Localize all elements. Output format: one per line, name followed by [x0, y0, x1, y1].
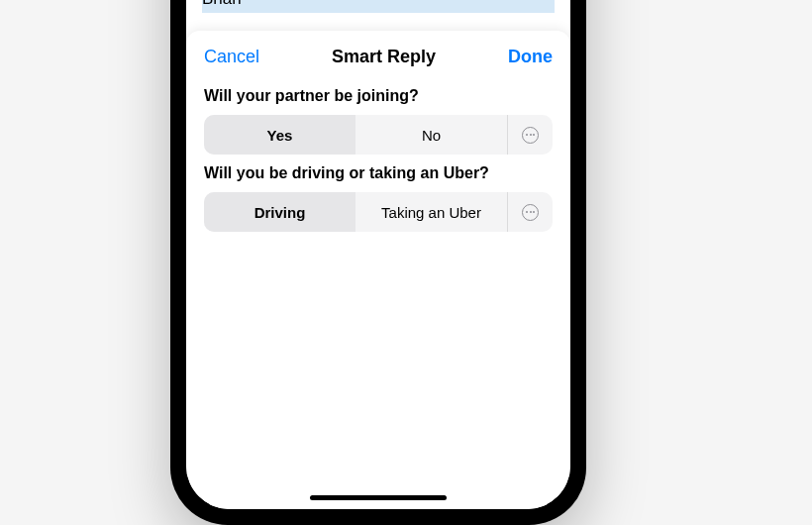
question-block-partner: Will your partner be joining? Yes No: [186, 81, 570, 158]
choice-segmented-control: Driving Taking an Uber: [204, 192, 553, 232]
done-button[interactable]: Done: [508, 47, 553, 67]
question-label: Will you be driving or taking an Uber?: [204, 164, 553, 182]
email-signature: Brian: [202, 0, 555, 11]
phone-bezel: Hi Jasmine Thanks for the invite! We'll …: [182, 0, 574, 513]
smart-reply-sheet: Cancel Smart Reply Done Will your partne…: [186, 31, 570, 509]
email-compose-area[interactable]: Hi Jasmine Thanks for the invite! We'll …: [186, 0, 570, 31]
question-label: Will your partner be joining?: [204, 87, 553, 105]
choice-no[interactable]: No: [355, 115, 507, 155]
sheet-title: Smart Reply: [332, 47, 436, 67]
choice-yes[interactable]: Yes: [204, 115, 355, 155]
cancel-button[interactable]: Cancel: [204, 47, 259, 67]
choice-segmented-control: Yes No: [204, 115, 553, 155]
question-block-transport: Will you be driving or taking an Uber? D…: [186, 158, 570, 236]
home-indicator[interactable]: [310, 495, 447, 500]
email-highlighted-text: Hi Jasmine Thanks for the invite! We'll …: [202, 0, 555, 13]
phone-frame: Hi Jasmine Thanks for the invite! We'll …: [170, 0, 586, 525]
choice-driving[interactable]: Driving: [204, 192, 355, 232]
ellipsis-circle-icon: [522, 204, 539, 221]
choice-uber[interactable]: Taking an Uber: [355, 192, 507, 232]
sheet-header: Cancel Smart Reply Done: [186, 31, 570, 81]
ellipsis-circle-icon: [522, 127, 539, 144]
more-options-button[interactable]: [507, 115, 553, 155]
more-options-button[interactable]: [507, 192, 553, 232]
phone-screen: Hi Jasmine Thanks for the invite! We'll …: [186, 0, 570, 509]
